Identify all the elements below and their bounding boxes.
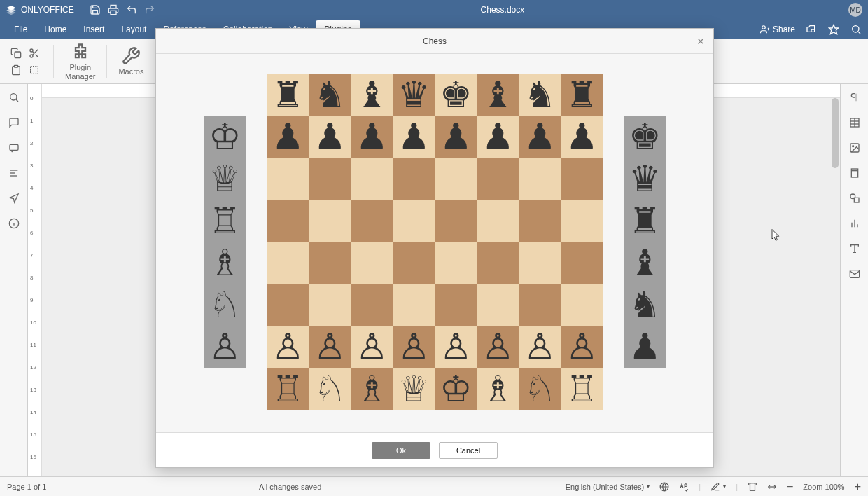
square-0-2[interactable]: ♝ [351, 74, 393, 116]
square-3-5[interactable] [477, 200, 519, 242]
square-3-7[interactable] [561, 200, 603, 242]
square-1-7[interactable]: ♟ [561, 116, 603, 158]
square-4-4[interactable] [435, 242, 477, 284]
square-2-0[interactable] [267, 158, 309, 200]
chess-board[interactable]: ♜♞♝♛♚♝♞♜♟♟♟♟♟♟♟♟♙♙♙♙♙♙♙♙♖♘♗♕♔♗♘♖ [267, 74, 603, 410]
square-5-6[interactable] [519, 284, 561, 326]
square-7-1[interactable]: ♘ [309, 368, 351, 410]
square-1-1[interactable]: ♟ [309, 116, 351, 158]
square-7-3[interactable]: ♕ [393, 368, 435, 410]
square-0-4[interactable]: ♚ [435, 74, 477, 116]
square-1-3[interactable]: ♟ [393, 116, 435, 158]
captured-piece: ♙ [204, 326, 246, 368]
square-6-0[interactable]: ♙ [267, 326, 309, 368]
dialog-body: ♔♕♖♗♘♙ ♜♞♝♛♚♝♞♜♟♟♟♟♟♟♟♟♙♙♙♙♙♙♙♙♖♘♗♕♔♗♘♖ … [156, 54, 713, 432]
square-1-6[interactable]: ♟ [519, 116, 561, 158]
square-0-0[interactable]: ♜ [267, 74, 309, 116]
square-5-1[interactable] [309, 284, 351, 326]
captured-piece: ♛ [624, 158, 666, 200]
square-6-4[interactable]: ♙ [435, 326, 477, 368]
square-6-6[interactable]: ♙ [519, 326, 561, 368]
square-3-3[interactable] [393, 200, 435, 242]
captured-piece: ♞ [624, 284, 666, 326]
square-0-3[interactable]: ♛ [393, 74, 435, 116]
square-6-3[interactable]: ♙ [393, 326, 435, 368]
square-4-2[interactable] [351, 242, 393, 284]
captured-piece: ♘ [204, 284, 246, 326]
square-7-5[interactable]: ♗ [477, 368, 519, 410]
square-5-5[interactable] [477, 284, 519, 326]
square-0-1[interactable]: ♞ [309, 74, 351, 116]
square-4-1[interactable] [309, 242, 351, 284]
cancel-button[interactable]: Cancel [439, 442, 498, 459]
square-3-6[interactable] [519, 200, 561, 242]
captured-left: ♔♕♖♗♘♙ [204, 116, 246, 368]
captured-piece: ♚ [624, 116, 666, 158]
square-5-0[interactable] [267, 284, 309, 326]
square-2-4[interactable] [435, 158, 477, 200]
square-4-6[interactable] [519, 242, 561, 284]
close-icon[interactable] [694, 34, 708, 48]
square-7-4[interactable]: ♔ [435, 368, 477, 410]
captured-piece: ♜ [624, 200, 666, 242]
square-6-2[interactable]: ♙ [351, 326, 393, 368]
square-1-5[interactable]: ♟ [477, 116, 519, 158]
square-2-7[interactable] [561, 158, 603, 200]
square-7-2[interactable]: ♗ [351, 368, 393, 410]
square-7-7[interactable]: ♖ [561, 368, 603, 410]
square-6-7[interactable]: ♙ [561, 326, 603, 368]
square-7-0[interactable]: ♖ [267, 368, 309, 410]
square-0-5[interactable]: ♝ [477, 74, 519, 116]
square-5-2[interactable] [351, 284, 393, 326]
square-4-5[interactable] [477, 242, 519, 284]
square-0-7[interactable]: ♜ [561, 74, 603, 116]
square-0-6[interactable]: ♞ [519, 74, 561, 116]
square-5-3[interactable] [393, 284, 435, 326]
square-3-2[interactable] [351, 200, 393, 242]
square-1-2[interactable]: ♟ [351, 116, 393, 158]
square-3-0[interactable] [267, 200, 309, 242]
dialog-footer: Ok Cancel [156, 432, 713, 467]
square-2-2[interactable] [351, 158, 393, 200]
square-6-1[interactable]: ♙ [309, 326, 351, 368]
square-2-5[interactable] [477, 158, 519, 200]
captured-piece: ♕ [204, 158, 246, 200]
captured-piece: ♗ [204, 242, 246, 284]
captured-piece: ♖ [204, 200, 246, 242]
square-1-4[interactable]: ♟ [435, 116, 477, 158]
square-2-6[interactable] [519, 158, 561, 200]
square-2-3[interactable] [393, 158, 435, 200]
captured-piece: ♔ [204, 116, 246, 158]
square-2-1[interactable] [309, 158, 351, 200]
ok-button[interactable]: Ok [372, 442, 430, 459]
captured-piece: ♝ [624, 242, 666, 284]
square-3-1[interactable] [309, 200, 351, 242]
dialog-header: Chess [156, 29, 713, 54]
square-4-7[interactable] [561, 242, 603, 284]
square-5-7[interactable] [561, 284, 603, 326]
square-4-0[interactable] [267, 242, 309, 284]
captured-piece: ♟ [624, 326, 666, 368]
square-3-4[interactable] [435, 200, 477, 242]
square-6-5[interactable]: ♙ [477, 326, 519, 368]
square-7-6[interactable]: ♘ [519, 368, 561, 410]
captured-right: ♚♛♜♝♞♟ [624, 116, 666, 368]
modal-overlay: Chess ♔♕♖♗♘♙ ♜♞♝♛♚♝♞♜♟♟♟♟♟♟♟♟♙♙♙♙♙♙♙♙♖♘♗… [0, 0, 868, 496]
chess-dialog: Chess ♔♕♖♗♘♙ ♜♞♝♛♚♝♞♜♟♟♟♟♟♟♟♟♙♙♙♙♙♙♙♙♖♘♗… [155, 28, 714, 468]
square-5-4[interactable] [435, 284, 477, 326]
square-1-0[interactable]: ♟ [267, 116, 309, 158]
dialog-title: Chess [423, 36, 447, 46]
square-4-3[interactable] [393, 242, 435, 284]
